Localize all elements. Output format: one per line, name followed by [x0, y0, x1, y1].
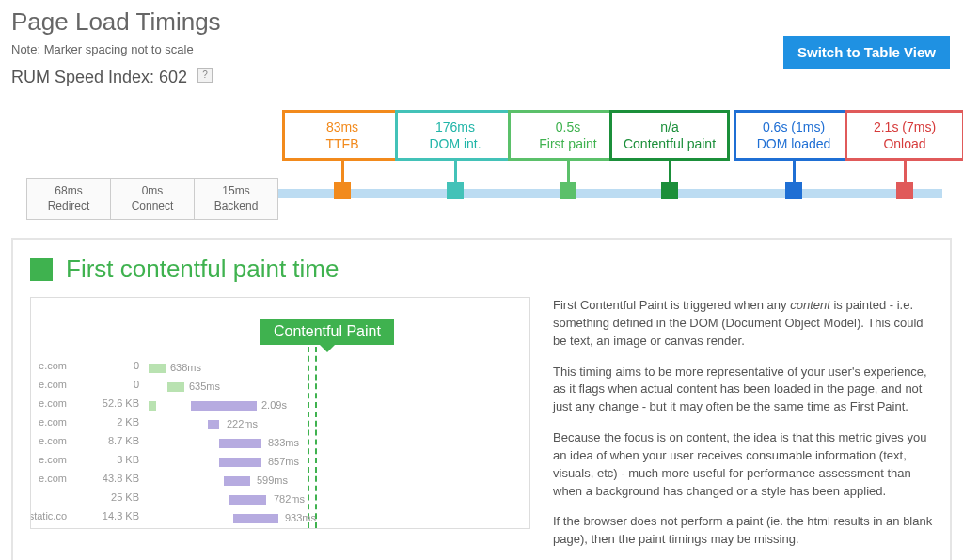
pre-step-label: Redirect [31, 199, 106, 214]
waterfall-row: astatic.co14.3 KB933ms [31, 510, 529, 527]
marker-node [560, 182, 576, 199]
marker-card: n/aContentful paint [609, 110, 730, 161]
row-bar-content [208, 420, 219, 429]
marker-time: 83ms [289, 118, 396, 135]
marker-card: 176msDOM int. [395, 110, 515, 161]
marker-dom-int-[interactable]: 176msDOM int. [395, 110, 515, 199]
row-duration: 638ms [170, 362, 201, 373]
waterfall-row: e.com52.6 KB2.09s [31, 397, 529, 414]
marker-stem [669, 161, 671, 184]
marker-node [896, 182, 913, 199]
row-size: 0 [102, 360, 139, 371]
pre-step-time: 15ms [198, 184, 274, 199]
marker-label: Contentful paint [616, 135, 723, 152]
page-title: Page Load Timings [11, 8, 952, 37]
waterfall-row: e.com0638ms [31, 360, 529, 377]
row-domain: e.com [39, 435, 67, 446]
marker-time: 0.5s [514, 118, 622, 135]
pre-step-time: 68ms [31, 184, 106, 199]
waterfall-row: e.com8.7 KB833ms [31, 435, 529, 452]
detail-p4: If the browser does not perform a paint … [553, 513, 933, 549]
detail-heading-text: First contentful paint time [66, 255, 339, 284]
marker-card: 2.1s (7ms)Onload [845, 110, 963, 161]
waterfall-row: 25 KB782ms [31, 491, 529, 508]
p1a: First Contentful Paint is triggered when… [553, 298, 790, 312]
pre-step-connect[interactable]: 0msConnect [111, 178, 195, 220]
row-bar-content [219, 439, 261, 448]
row-size: 8.7 KB [102, 435, 139, 446]
row-duration: 833ms [268, 437, 299, 448]
marker-label: TTFB [289, 135, 396, 152]
row-domain: e.com [39, 397, 67, 409]
row-size: 43.8 KB [102, 473, 139, 484]
contentful-paint-flag: Contentful Paint [260, 319, 394, 345]
switch-to-table-button[interactable]: Switch to Table View [783, 36, 950, 69]
row-domain: e.com [39, 473, 67, 484]
row-duration: 857ms [268, 456, 299, 467]
pre-step-redirect[interactable]: 68msRedirect [26, 178, 111, 220]
row-size: 25 KB [102, 491, 139, 503]
row-size: 2 KB [102, 416, 139, 428]
row-size: 0 [102, 379, 139, 390]
waterfall-row: e.com2 KB222ms [31, 416, 529, 433]
row-duration: 635ms [189, 381, 220, 392]
marker-onload[interactable]: 2.1s (7ms)Onload [845, 110, 963, 199]
marker-label: Onload [851, 135, 958, 152]
marker-stem [341, 161, 344, 184]
speed-label: RUM Speed Index: [11, 68, 159, 86]
row-domain: e.com [39, 454, 67, 465]
row-duration: 2.09s [261, 399, 287, 411]
detail-p3: Because the focus is on content, the ide… [553, 429, 933, 500]
row-duration: 222ms [227, 418, 258, 429]
marker-time: 2.1s (7ms) [851, 118, 958, 135]
marker-ttfb[interactable]: 83msTTFB [282, 110, 403, 199]
row-bar-dns [167, 382, 184, 392]
heading-square-icon [30, 258, 53, 281]
row-size: 3 KB [102, 454, 139, 465]
marker-card: 0.6s (1ms)DOM loaded [734, 110, 854, 161]
detail-heading: First contentful paint time [30, 255, 933, 284]
row-duration: 933ms [285, 512, 316, 523]
marker-node [661, 182, 678, 199]
marker-node [334, 182, 351, 199]
marker-label: DOM loaded [740, 135, 847, 152]
marker-node [447, 182, 464, 199]
detail-description: First Contentful Paint is triggered when… [553, 297, 933, 560]
marker-time: n/a [616, 118, 723, 135]
row-bar-content [224, 476, 250, 486]
row-domain: e.com [39, 379, 67, 390]
waterfall-row: e.com43.8 KB599ms [31, 473, 529, 490]
marker-time: 176ms [402, 118, 509, 135]
row-bar-dns [149, 364, 166, 373]
marker-contentful-paint[interactable]: n/aContentful paint [609, 110, 730, 199]
waterfall-row: e.com3 KB857ms [31, 454, 529, 471]
marker-node [785, 182, 802, 199]
marker-stem [454, 161, 457, 184]
row-duration: 782ms [274, 493, 305, 505]
pre-step-backend[interactable]: 15msBackend [195, 178, 278, 220]
marker-time: 0.6s (1ms) [740, 118, 847, 135]
row-size: 14.3 KB [102, 510, 139, 521]
row-duration: 599ms [257, 474, 288, 486]
pre-steps: 68msRedirect0msConnect15msBackend [26, 178, 278, 220]
marker-dom-loaded[interactable]: 0.6s (1ms)DOM loaded [734, 110, 854, 199]
row-bar-dns [149, 401, 156, 411]
speed-value: 602 [159, 68, 187, 86]
row-domain: e.com [39, 360, 67, 371]
detail-p1: First Contentful Paint is triggered when… [553, 297, 933, 350]
marker-card: 83msTTFB [282, 110, 403, 161]
detail-card: First contentful paint time Contentful P… [11, 238, 952, 560]
row-size: 52.6 KB [102, 397, 139, 409]
row-bar-content [191, 401, 257, 411]
marker-label: DOM int. [402, 135, 509, 152]
pre-step-label: Connect [115, 199, 190, 214]
p1em: content [790, 298, 830, 312]
waterfall-row: e.com0635ms [31, 379, 529, 396]
marker-stem [567, 161, 570, 184]
waterfall-thumbnail[interactable]: Contentful Paint e.com0638mse.com0635mse… [30, 297, 530, 529]
pre-step-label: Backend [198, 199, 274, 214]
help-icon[interactable]: ? [197, 68, 213, 83]
detail-p2: This timing aims to be more representati… [553, 364, 933, 417]
pre-step-time: 0ms [115, 184, 190, 199]
rum-speed-index: RUM Speed Index: 602 ? [11, 68, 952, 87]
